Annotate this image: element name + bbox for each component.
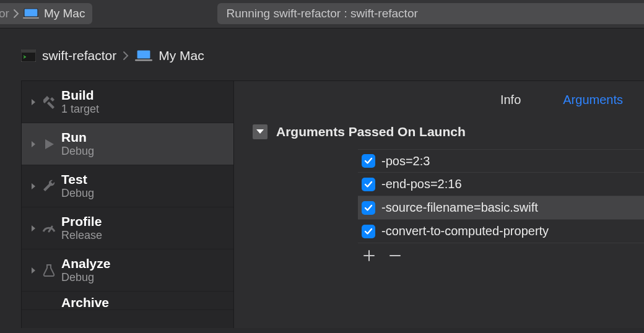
checkbox-checked-icon[interactable] xyxy=(362,225,375,238)
disclosure-right-icon[interactable] xyxy=(29,98,38,106)
detail-tab-bar: Info Arguments xyxy=(234,81,644,118)
svg-rect-5 xyxy=(135,59,152,61)
section-title: Arguments Passed On Launch xyxy=(276,124,466,139)
phase-analyze[interactable]: Analyze Debug xyxy=(22,249,233,292)
add-argument-button[interactable] xyxy=(363,249,375,262)
wrench-icon xyxy=(39,176,59,196)
scheme-selector[interactable]: or My Mac xyxy=(0,3,92,24)
argument-text: -end-pos=2:16 xyxy=(381,177,462,191)
phase-test[interactable]: Test Debug xyxy=(22,165,233,207)
breadcrumb-target[interactable]: swift-refactor xyxy=(42,48,116,63)
remove-argument-button[interactable] xyxy=(389,249,401,262)
disclosure-down-icon[interactable] xyxy=(253,124,268,139)
scheme-device-label: My Mac xyxy=(44,7,85,20)
detail-panel: Info Arguments Arguments Passed On Launc… xyxy=(234,81,644,328)
chevron-right-icon xyxy=(13,9,19,19)
breadcrumb-device[interactable]: My Mac xyxy=(159,48,204,63)
phase-subtitle: Debug xyxy=(61,271,110,284)
hammer-icon xyxy=(39,92,59,112)
svg-rect-3 xyxy=(21,50,36,53)
phase-title: Archive xyxy=(61,295,109,310)
argument-text: -convert-to-computed-property xyxy=(381,224,549,238)
scheme-phase-list: Build 1 target Run Debug T xyxy=(21,81,234,328)
status-bar[interactable]: Running swift-refactor : swift-refactor xyxy=(217,3,644,24)
argument-text: -pos=2:3 xyxy=(381,154,430,168)
top-toolbar: or My Mac Running swift-refactor : swift… xyxy=(0,0,644,28)
svg-rect-4 xyxy=(137,50,150,59)
chevron-right-icon xyxy=(123,51,129,61)
argument-row[interactable]: -end-pos=2:16 xyxy=(358,173,644,196)
gauge-icon xyxy=(39,218,59,238)
phase-build[interactable]: Build 1 target xyxy=(22,81,233,123)
arguments-table: -pos=2:3 -end-pos=2:16 -source-filename=… xyxy=(358,149,644,262)
terminal-icon xyxy=(21,50,36,62)
phase-title: Run xyxy=(61,130,94,145)
phase-run[interactable]: Run Debug xyxy=(22,123,233,165)
phase-subtitle: 1 target xyxy=(61,103,99,116)
mac-icon xyxy=(135,50,152,62)
phase-title: Analyze xyxy=(61,256,110,271)
checkbox-checked-icon[interactable] xyxy=(362,154,375,168)
play-icon xyxy=(39,134,59,154)
breadcrumb: swift-refactor My Mac xyxy=(0,28,644,80)
scheme-partial-text: or xyxy=(0,7,9,20)
disclosure-right-icon[interactable] xyxy=(29,140,38,149)
checkbox-checked-icon[interactable] xyxy=(362,178,375,191)
disclosure-right-icon[interactable] xyxy=(29,224,38,233)
checkbox-checked-icon[interactable] xyxy=(362,201,375,215)
phase-subtitle: Release xyxy=(61,229,102,242)
phase-profile[interactable]: Profile Release xyxy=(22,207,233,249)
phase-subtitle: Debug xyxy=(61,187,94,200)
phase-title: Build xyxy=(61,88,99,103)
phase-title: Profile xyxy=(61,214,102,229)
argument-text: -source-filename=basic.swift xyxy=(381,201,538,215)
argument-row[interactable]: -convert-to-computed-property xyxy=(358,220,644,243)
svg-rect-1 xyxy=(23,17,39,19)
status-text: Running swift-refactor : swift-refactor xyxy=(226,7,417,20)
flask-icon xyxy=(39,261,59,280)
section-arguments-on-launch[interactable]: Arguments Passed On Launch xyxy=(234,118,644,149)
tab-arguments[interactable]: Arguments xyxy=(542,81,644,118)
mac-icon xyxy=(23,8,39,19)
phase-subtitle: Debug xyxy=(61,145,94,158)
phase-archive[interactable]: Archive xyxy=(22,292,233,310)
disclosure-right-icon[interactable] xyxy=(29,266,38,275)
disclosure-right-icon[interactable] xyxy=(29,182,38,191)
tab-info[interactable]: Info xyxy=(479,81,542,118)
argument-row[interactable]: -pos=2:3 xyxy=(358,149,644,173)
argument-row[interactable]: -source-filename=basic.swift xyxy=(358,196,644,220)
phase-title: Test xyxy=(61,172,94,187)
svg-rect-0 xyxy=(24,9,38,17)
